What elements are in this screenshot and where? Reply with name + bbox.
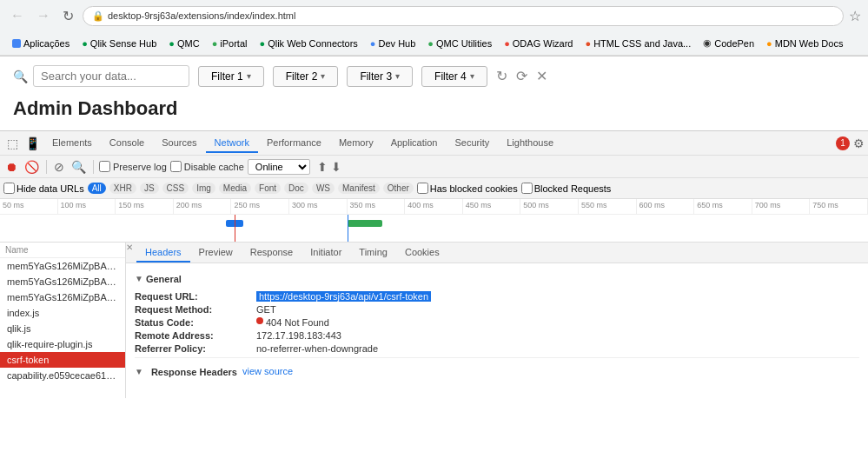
disable-cache-label[interactable]: Disable cache <box>170 161 244 172</box>
blocked-requests-label[interactable]: Blocked Requests <box>521 183 612 194</box>
tab-memory[interactable]: Memory <box>330 134 382 153</box>
bookmark-qlik-web[interactable]: ● Qlik Web Connectors <box>254 37 362 50</box>
record-button[interactable]: ⏺ <box>3 158 19 176</box>
bookmark-dev-hub[interactable]: ● Dev Hub <box>365 37 421 50</box>
back-button[interactable]: ← <box>7 6 28 25</box>
refresh-button[interactable]: ↻ <box>59 6 77 26</box>
filter-ws[interactable]: WS <box>312 183 335 194</box>
forward-button[interactable]: → <box>33 6 54 25</box>
bookmark-label: Dev Hub <box>379 38 416 49</box>
timeline-label-150ms: 150 ms <box>116 199 174 214</box>
response-headers-header: Response Headers <box>151 367 237 377</box>
odag-icon: ● <box>504 38 510 49</box>
file-item-qlikjs[interactable]: qlik.js <box>0 321 125 336</box>
timeline-label-750ms: 750 ms <box>810 199 868 214</box>
refresh2-button[interactable]: ⟳ <box>516 68 527 84</box>
timeline-label-650ms: 650 ms <box>694 199 752 214</box>
file-item-capability[interactable]: capability.e059cecae61021062... <box>0 368 125 383</box>
clear-button[interactable]: 🚫 <box>23 158 41 176</box>
tab-network[interactable]: Network <box>206 134 258 153</box>
request-url-row: Request URL: https://desktop-9rsj63a/api… <box>135 291 859 302</box>
disable-cache-checkbox[interactable] <box>170 161 182 172</box>
search-button[interactable]: 🔍 <box>70 158 88 176</box>
file-item[interactable]: mem5YaGs126MiZpBA-UN7r... <box>0 289 125 305</box>
devtools-mobile-icon[interactable]: 📱 <box>22 136 43 150</box>
bookmark-html-css[interactable]: ● HTML CSS and Java... <box>580 37 696 50</box>
file-item-csrf[interactable]: csrf-token <box>0 352 125 368</box>
filter-button[interactable]: ⊘ <box>52 158 66 176</box>
bookmark-star-button[interactable]: ☆ <box>849 8 861 24</box>
bookmark-codepen[interactable]: ◉ CodePen <box>698 36 759 50</box>
status-code-key: Status Code: <box>135 317 256 328</box>
filter-xhr[interactable]: XHR <box>109 183 136 194</box>
throttle-select[interactable]: Online Slow 3G Fast 3G Offline <box>248 159 310 175</box>
bookmark-label: QMC <box>177 38 200 49</box>
blocked-requests-checkbox[interactable] <box>521 183 533 194</box>
file-item-indexjs[interactable]: index.js <box>0 305 125 321</box>
export-button[interactable]: ⬇ <box>331 160 341 174</box>
file-item-qlik-require[interactable]: qlik-require-plugin.js <box>0 336 125 352</box>
view-source-link[interactable]: view source <box>242 366 293 376</box>
filter4-button[interactable]: Filter 4 <box>421 66 487 87</box>
tab-elements[interactable]: Elements <box>43 134 101 153</box>
devtools-settings-button[interactable]: ⚙ <box>853 136 865 150</box>
hide-data-urls-checkbox[interactable] <box>3 183 15 194</box>
request-url-value[interactable]: https://desktop-9rsj63a/api/v1/csrf-toke… <box>256 291 431 302</box>
filter3-button[interactable]: Filter 3 <box>347 66 413 87</box>
filter-all[interactable]: All <box>88 183 106 194</box>
bookmark-aplicacoes[interactable]: Aplicações <box>7 37 75 50</box>
bookmark-odag[interactable]: ● ODAG Wizard <box>499 37 578 50</box>
detail-tab-headers[interactable]: Headers <box>136 243 190 263</box>
file-item[interactable]: mem5YaGs126MiZpBA-UN7r... <box>0 274 125 289</box>
tab-console[interactable]: Console <box>101 134 153 153</box>
bookmark-mdn[interactable]: ● MDN Web Docs <box>761 37 848 50</box>
reload-button[interactable]: ↻ <box>496 68 507 84</box>
timeline-line-red <box>235 215 235 243</box>
bookmark-qlik-sense[interactable]: ● Qlik Sense Hub <box>76 37 162 50</box>
iportal-icon: ● <box>212 38 218 49</box>
bookmark-iportal[interactable]: ● iPortal <box>207 37 253 50</box>
filter-font[interactable]: Font <box>255 183 281 194</box>
qmcutil-icon: ● <box>427 38 434 49</box>
detail-tab-initiator[interactable]: Initiator <box>301 243 350 263</box>
preserve-log-checkbox[interactable] <box>99 161 110 172</box>
detail-tab-cookies[interactable]: Cookies <box>396 243 448 263</box>
tab-application[interactable]: Application <box>382 134 447 153</box>
close-detail-button[interactable]: ✕ <box>126 243 133 263</box>
has-blocked-label[interactable]: Has blocked cookies <box>417 183 518 194</box>
app-header: 🔍 Filter 1 Filter 2 Filter 3 Filter 4 ↻ … <box>13 65 855 87</box>
detail-tab-bar: ✕ Headers Preview Response Initiator Tim… <box>126 243 868 263</box>
filter2-button[interactable]: Filter 2 <box>273 66 339 87</box>
filter-media[interactable]: Media <box>219 183 251 194</box>
remote-address-key: Remote Address: <box>135 330 256 341</box>
preserve-log-label[interactable]: Preserve log <box>99 161 167 172</box>
filter-css[interactable]: CSS <box>162 183 189 194</box>
timeline-label-400ms: 400 ms <box>405 199 463 214</box>
tab-security[interactable]: Security <box>446 134 498 153</box>
bookmark-qmc-utilities[interactable]: ● QMC Utilities <box>422 37 497 50</box>
filter-doc[interactable]: Doc <box>284 183 308 194</box>
tab-sources[interactable]: Sources <box>153 134 205 153</box>
hide-data-urls-label[interactable]: Hide data URLs <box>3 183 84 194</box>
bookmark-label: QMC Utilities <box>436 38 492 49</box>
devtools-inspect-icon[interactable]: ⬚ <box>3 136 22 150</box>
has-blocked-checkbox[interactable] <box>417 183 428 194</box>
detail-tab-response[interactable]: Response <box>242 243 302 263</box>
file-item[interactable]: mem5YaGs126MiZpBA-UN7r... <box>0 258 125 274</box>
close-button[interactable]: ✕ <box>536 68 547 84</box>
address-bar[interactable]: 🔒 desktop-9rsj63a/extensions/index/index… <box>83 6 844 26</box>
search-input[interactable] <box>33 65 189 87</box>
filter-img[interactable]: Img <box>192 183 215 194</box>
detail-tab-timing[interactable]: Timing <box>350 243 396 263</box>
tab-lighthouse[interactable]: Lighthouse <box>498 134 562 153</box>
filter-other[interactable]: Other <box>383 183 414 194</box>
tab-performance[interactable]: Performance <box>258 134 330 153</box>
bookmark-qmc[interactable]: ● QMC <box>163 37 204 50</box>
remote-address-row: Remote Address: 172.17.198.183:443 <box>135 330 859 341</box>
import-button[interactable]: ⬆ <box>317 160 328 174</box>
filter1-button[interactable]: Filter 1 <box>198 66 264 87</box>
detail-tab-preview[interactable]: Preview <box>190 243 242 263</box>
filter-manifest[interactable]: Manifest <box>338 183 380 194</box>
filter-js[interactable]: JS <box>140 183 159 194</box>
bookmark-label: HTML CSS and Java... <box>593 38 691 49</box>
